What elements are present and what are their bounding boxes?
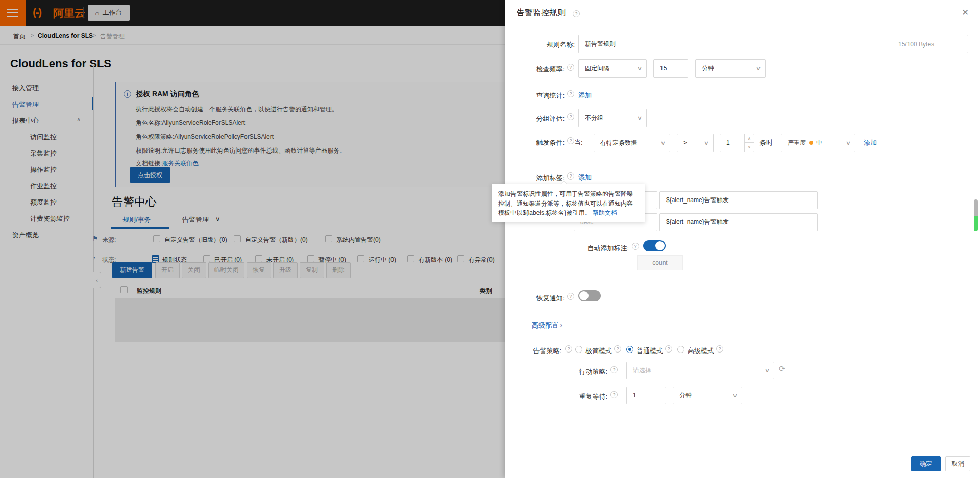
group-eval-label: 分组评估: (475, 114, 565, 123)
check-freq-unit-select[interactable]: 分钟∨ (695, 59, 766, 78)
advanced-mode-help-icon[interactable]: ? (716, 345, 723, 353)
check-freq-mode-select[interactable]: 固定间隔∨ (578, 59, 647, 78)
auto-annotation-label: 自动添加标注: (536, 244, 629, 253)
chevron-right-icon: › (560, 321, 562, 329)
trigger-cond-value: 有特定条数据 (600, 139, 637, 147)
action-policy-select[interactable]: 请选择∨ (626, 362, 774, 379)
close-icon[interactable]: ✕ (962, 7, 969, 18)
stepper-up-icon[interactable]: ∧ (745, 134, 754, 143)
scrollbar-thumb[interactable] (974, 199, 978, 216)
trigger-when-label: 当: (574, 138, 590, 147)
trigger-op-select[interactable]: >∨ (677, 134, 714, 152)
group-eval-help-icon[interactable]: ? (567, 113, 574, 120)
check-freq-unit-value: 分钟 (702, 64, 714, 73)
action-policy-placeholder: 请选择 (633, 366, 651, 375)
query-stats-label: 查询统计: (475, 91, 565, 100)
scrollbar-thumb-highlight[interactable] (974, 216, 978, 231)
title-help-icon[interactable]: ? (573, 10, 580, 17)
repeat-wait-label: 重复等待: (516, 392, 607, 401)
advanced-config-text: 高级配置 (532, 321, 558, 329)
recovery-toggle[interactable] (578, 290, 601, 301)
group-eval-select[interactable]: 不分组∨ (578, 109, 647, 127)
auto-annotation-toggle[interactable] (643, 240, 666, 251)
trigger-op-value: > (683, 139, 687, 146)
check-freq-value-input[interactable] (653, 59, 688, 78)
auto-annotation-help-icon[interactable]: ? (632, 243, 639, 250)
trigger-help-icon[interactable]: ? (567, 137, 574, 144)
group-eval-value: 不分组 (585, 114, 603, 122)
normal-mode-label: 普通模式 (636, 346, 663, 356)
rule-name-label: 规则名称: (485, 40, 575, 49)
radio-simple-mode[interactable] (575, 346, 582, 353)
add-labels-add-link[interactable]: 添加 (578, 173, 592, 182)
overlay-mask[interactable] (0, 0, 505, 478)
query-stats-add-link[interactable]: 添加 (578, 91, 592, 100)
add-labels-label: 添加标签: (475, 173, 565, 183)
radio-advanced-mode[interactable] (677, 346, 684, 353)
query-stats-help-icon[interactable]: ? (567, 90, 574, 97)
confirm-button[interactable]: 确定 (911, 456, 941, 471)
action-policy-label: 行动策略: (516, 367, 607, 376)
repeat-wait-unit-select[interactable]: 分钟∨ (673, 387, 742, 404)
severity-value: 中 (816, 139, 822, 147)
byte-counter: 15/100 Bytes (898, 41, 934, 48)
policy-help-icon[interactable]: ? (565, 345, 572, 353)
trigger-cond-select[interactable]: 有特定条数据∨ (594, 134, 670, 152)
simple-mode-help-icon[interactable]: ? (614, 345, 621, 353)
trigger-add-link[interactable]: 添加 (864, 138, 877, 147)
annotation-value-input-1[interactable] (659, 191, 818, 209)
repeat-wait-input[interactable] (626, 387, 666, 404)
severity-label: 严重度 (788, 139, 806, 147)
repeat-wait-unit-value: 分钟 (679, 391, 692, 400)
policy-label: 告警策略: (459, 346, 561, 356)
trigger-label: 触发条件: (475, 138, 565, 147)
repeat-wait-help-icon[interactable]: ? (610, 391, 618, 398)
recovery-label: 恢复通知: (475, 294, 565, 303)
refresh-icon[interactable]: ⟳ (779, 364, 786, 373)
severity-dot-icon (809, 141, 813, 145)
radio-normal-mode[interactable] (626, 346, 633, 353)
cancel-button[interactable]: 取消 (945, 456, 970, 471)
check-freq-label: 检查频率: (475, 65, 565, 74)
advanced-config-link[interactable]: 高级配置 › (532, 321, 562, 330)
simple-mode-label: 极简模式 (585, 346, 612, 356)
add-labels-help-icon[interactable]: ? (567, 172, 574, 180)
number-stepper[interactable]: ∧∨ (744, 134, 754, 152)
advanced-mode-label: 高级模式 (688, 346, 714, 356)
count-tag: __count__ (637, 255, 683, 270)
labels-tooltip: 添加告警标识性属性，可用于告警策略的告警降噪控制、通知渠道分派等，标签值也可以在… (492, 184, 645, 222)
drawer-title: 告警监控规则 (517, 8, 566, 18)
drawer-footer-divider (505, 450, 980, 450)
annotation-value-input-2[interactable] (659, 213, 818, 231)
severity-select[interactable]: 严重度 中 ∨ (781, 134, 855, 152)
recovery-help-icon[interactable]: ? (567, 293, 574, 300)
action-policy-help-icon[interactable]: ? (610, 366, 618, 373)
trigger-suffix-label: 条时 (760, 138, 777, 147)
stepper-down-icon[interactable]: ∨ (745, 143, 754, 152)
check-freq-mode-value: 固定间隔 (585, 64, 609, 73)
check-freq-help-icon[interactable]: ? (567, 64, 574, 71)
tooltip-help-link[interactable]: 帮助文档 (593, 209, 617, 216)
normal-mode-help-icon[interactable]: ? (665, 345, 672, 353)
drawer-header-divider (505, 27, 980, 27)
